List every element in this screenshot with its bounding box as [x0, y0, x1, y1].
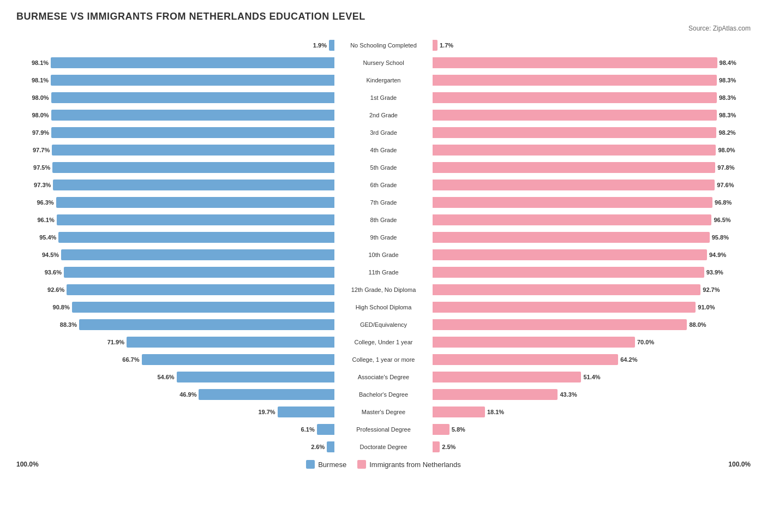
bar-pink: [433, 284, 700, 295]
bar-pink: [433, 180, 715, 190]
category-label: High School Diploma: [334, 303, 433, 312]
bar-pink: [433, 441, 440, 452]
right-value-label: 43.3%: [558, 391, 578, 398]
bar-blue: [51, 92, 334, 103]
chart-row: 97.7% 4th Grade 98.0%: [16, 142, 751, 158]
right-side: 70.0%: [433, 337, 751, 348]
right-value-label: 5.8%: [450, 426, 470, 433]
left-value-label: 98.0%: [31, 94, 51, 101]
left-side: 93.6%: [16, 267, 334, 278]
right-value-label: 91.0%: [696, 304, 716, 310]
category-label: Kindergarten: [334, 76, 433, 85]
bar-blue: [56, 197, 334, 208]
right-side: 18.1%: [433, 407, 751, 417]
right-side: 95.8%: [433, 232, 751, 243]
bar-blue: [142, 354, 335, 365]
bar-blue: [329, 40, 334, 51]
right-side: 97.8%: [433, 162, 751, 173]
right-value-label: 92.7%: [700, 286, 721, 293]
right-value-label: 98.3%: [717, 94, 738, 101]
right-side: 51.4%: [433, 372, 751, 382]
right-side: 2.5%: [433, 441, 751, 452]
right-side: 1.7%: [433, 40, 751, 51]
category-label: 7th Grade: [334, 198, 433, 207]
category-label: Nursery School: [334, 58, 433, 67]
bar-pink: [433, 214, 711, 225]
right-side: 98.3%: [433, 92, 751, 103]
right-side: 98.4%: [433, 57, 751, 68]
chart-row: 98.1% Nursery School 98.4%: [16, 55, 751, 70]
left-value-label: 93.6%: [43, 269, 64, 276]
footer-left-label: 100.0%: [16, 461, 39, 468]
category-label: Associate's Degree: [334, 373, 433, 381]
chart-row: 98.1% Kindergarten 98.3%: [16, 73, 751, 88]
left-side: 98.0%: [16, 110, 334, 121]
bar-blue: [64, 267, 334, 278]
left-value-label: 54.6%: [156, 374, 177, 380]
right-value-label: 98.3%: [717, 112, 738, 118]
left-value-label: 97.7%: [31, 147, 52, 153]
left-side: 95.4%: [16, 232, 334, 243]
right-value-label: 95.8%: [710, 234, 730, 241]
category-label: Bachelor's Degree: [334, 390, 433, 399]
category-label: 3rd Grade: [334, 128, 433, 137]
category-label: College, Under 1 year: [334, 338, 433, 346]
category-label: 12th Grade, No Diploma: [334, 285, 433, 294]
right-value-label: 94.9%: [707, 252, 728, 258]
chart-row: 90.8% High School Diploma 91.0%: [16, 300, 751, 315]
chart-row: 46.9% Bachelor's Degree 43.3%: [16, 387, 751, 402]
bar-blue: [317, 424, 334, 435]
bar-pink: [433, 267, 704, 278]
left-side: 97.7%: [16, 145, 334, 156]
right-value-label: 70.0%: [635, 339, 656, 345]
chart-row: 98.0% 1st Grade 98.3%: [16, 90, 751, 105]
left-side: 98.1%: [16, 75, 334, 86]
right-value-label: 96.5%: [711, 217, 732, 223]
right-value-label: 2.5%: [440, 444, 460, 450]
bar-pink: [433, 424, 450, 435]
right-value-label: 51.4%: [581, 374, 602, 380]
bar-pink: [433, 110, 717, 121]
bar-pink: [433, 162, 715, 173]
bar-blue: [79, 319, 334, 330]
left-value-label: 97.3%: [32, 182, 53, 188]
left-value-label: 92.6%: [46, 286, 67, 293]
left-side: 66.7%: [16, 354, 334, 365]
category-label: Professional Degree: [334, 425, 433, 434]
left-value-label: 88.3%: [58, 321, 79, 328]
left-value-label: 46.9%: [178, 391, 199, 398]
bar-pink: [433, 372, 581, 382]
left-value-label: 1.9%: [308, 42, 329, 49]
right-value-label: 97.6%: [715, 182, 735, 188]
legend: Burmese Immigrants from Netherlands: [306, 460, 461, 469]
left-value-label: 98.0%: [31, 112, 51, 118]
bar-pink: [433, 389, 558, 400]
bar-pink: [433, 319, 687, 330]
right-side: 98.2%: [433, 127, 751, 138]
legend-burmese-box: [306, 460, 315, 469]
bar-blue: [51, 75, 334, 86]
bar-pink: [433, 249, 707, 260]
right-side: 91.0%: [433, 302, 751, 313]
right-side: 43.3%: [433, 389, 751, 400]
right-side: 96.5%: [433, 214, 751, 225]
bar-pink: [433, 354, 618, 365]
left-side: 92.6%: [16, 284, 334, 295]
left-side: 98.1%: [16, 57, 334, 68]
left-value-label: 96.1%: [36, 217, 57, 223]
bar-blue: [51, 127, 334, 138]
right-value-label: 98.0%: [716, 147, 736, 153]
left-value-label: 98.1%: [30, 59, 51, 66]
left-side: 97.5%: [16, 162, 334, 173]
bar-pink: [433, 40, 438, 51]
category-label: 5th Grade: [334, 163, 433, 172]
bar-pink: [433, 57, 717, 68]
bar-blue: [127, 337, 334, 348]
chart-row: 93.6% 11th Grade 93.9%: [16, 265, 751, 280]
left-side: 71.9%: [16, 337, 334, 348]
category-label: Doctorate Degree: [334, 443, 433, 451]
category-label: 6th Grade: [334, 181, 433, 189]
chart-row: 94.5% 10th Grade 94.9%: [16, 247, 751, 262]
category-label: 11th Grade: [334, 268, 433, 277]
chart-row: 19.7% Master's Degree 18.1%: [16, 404, 751, 420]
